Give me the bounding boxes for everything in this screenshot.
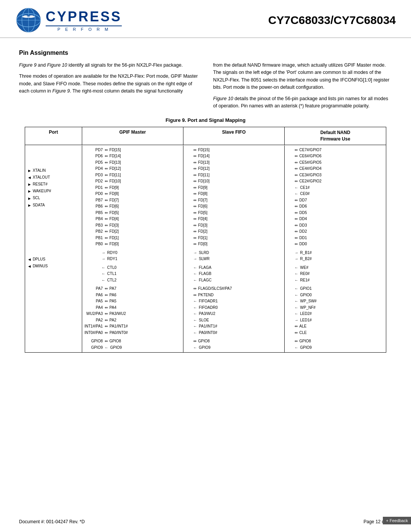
slave-col-main: ⇔ FD[15] ⇔ FD[14] ⇔ FD[13] ⇔ FD[12] ⇔ FD… (183, 145, 285, 353)
header-nand: Default NANDFirmware Use (285, 127, 386, 145)
document-title: CY7C68033/CY7C68034 (268, 14, 396, 27)
arrow-right3-icon: ► (27, 188, 32, 195)
page-footer: Document #: 001-04247 Rev. *D Page 12 of… (19, 519, 392, 524)
slave-slrd-section: → SLRD → SLWR (186, 250, 282, 262)
sdata-row: ► SDATA (27, 202, 80, 209)
scl-row: ► SCL (27, 195, 80, 202)
dminus-arrow-icon: ◄ (27, 263, 32, 270)
dplus-row: ◄ DPLUS (27, 256, 80, 263)
brand-name: CYPRESS (46, 9, 122, 25)
arrow-right-icon: ► (27, 167, 32, 174)
gpif-pa-section: PA7 ⇔ PA7 PA6 ⇔ PA6 PA5 ⇔ PA5 PA4 ⇔ PA4 … (84, 286, 181, 336)
port-left-signals: ► XTALIN ◄ XTALOUT ► RESET# ► WAKEUP# (27, 147, 80, 211)
nand-col-main: ⇔ CE7#/GPIO7 ⇔ CE6#/GPIO6 ⇔ CE5#/GPIO5 ⇔… (285, 145, 386, 353)
nand-gpio-section: ← GPIO1 ← GPIO0 ← WP_SW# ← WP_NF# ← LED2… (287, 286, 384, 336)
gpif-pd-section: PD7 ⇔ FD[15] PD6 ⇔ FD[14] PD5 ⇔ FD[13] P… (84, 147, 181, 248)
para2: Three modes of operation are available f… (19, 73, 198, 95)
table-header: Port GPIF Master Slave FIFO Default NAND… (25, 127, 386, 145)
nand-rb-section: → R_B1# → R_B2# (287, 250, 384, 262)
port-col-main: ► XTALIN ◄ XTALOUT ► RESET# ► WAKEUP# (25, 145, 82, 353)
gpif-col-main: PD7 ⇔ FD[15] PD6 ⇔ FD[14] PD5 ⇔ FD[13] P… (82, 145, 183, 353)
header-port: Port (25, 127, 82, 145)
gpif-gpio-section: GPIO8 ⇔ GPIO8 GPIO9 ← GPIO9 (84, 338, 181, 351)
gpif-rdy-section: → RDY0 → RDY1 (84, 250, 181, 262)
figure9-title: Figure 9. Port and Signal Mapping (19, 117, 392, 123)
pin-mapping-table: Port GPIF Master Slave FIFO Default NAND… (25, 127, 386, 353)
header-slave: Slave FIFO (183, 127, 285, 145)
logo-area: CYPRESS P E R F O R M (15, 7, 122, 34)
doc-number: Document #: 001-04247 Rev. *D (19, 519, 85, 524)
nand-gpio89-section: ⇔ GPIO8 ← GPIO9 (287, 338, 384, 351)
arrow-left-icon: ◄ (27, 174, 32, 181)
arrow-right2-icon: ► (27, 181, 32, 188)
xtalout-row: ◄ XTALOUT (27, 174, 80, 181)
slave-fd-section: ⇔ FD[15] ⇔ FD[14] ⇔ FD[13] ⇔ FD[12] ⇔ FD… (186, 147, 282, 248)
slave-gpio-section: ⇔ GPIO8 ← GPIO9 (186, 338, 282, 351)
para1: Figure 9 and Figure 10 identify all sign… (19, 62, 198, 69)
main-content: Pin Assignments Figure 9 and Figure 10 i… (0, 38, 411, 364)
wakeup-row: ► WAKEUP# (27, 188, 80, 195)
gpif-ctl-section: ← CTL0 ← CTL1 ← CTL2 (84, 265, 181, 284)
slave-pa-section: ⇔ FLAGD/SLCS#/PA7 ⇔ PKTEND ← FIFOADR1 ← … (186, 286, 282, 336)
table-body-row-main: ► XTALIN ◄ XTALOUT ► RESET# ► WAKEUP# (25, 145, 386, 353)
perform-label: P E R F O R M (57, 27, 110, 32)
col-left: Figure 9 and Figure 10 identify all sign… (19, 62, 198, 110)
col-right: from the default NAND firmware image, wh… (213, 62, 392, 110)
xtalin-row: ► XTALIN (27, 167, 80, 174)
intro-text: Figure 9 and Figure 10 identify all sign… (19, 62, 392, 110)
cypress-globe-icon (15, 7, 42, 34)
arrow-right5-icon: ► (27, 202, 32, 209)
logo-divider (46, 26, 122, 26)
slave-flag-section: ← FLAGA ← FLAGB ← FLAGC (186, 265, 282, 284)
para4: Figure 10 details the pinout of the 56-p… (213, 95, 392, 110)
dplus-arrow-icon: ◄ (27, 256, 32, 263)
dminus-row: ◄ DMINUS (27, 263, 80, 270)
nand-ce-section: ⇔ CE7#/GPIO7 ⇔ CE6#/GPIO6 ⇔ CE5#/GPIO5 ⇔… (287, 147, 384, 248)
header-gpif: GPIF Master (82, 127, 183, 145)
page-header: CYPRESS P E R F O R M CY7C68033/CY7C6803… (0, 0, 411, 38)
feedback-button[interactable]: + Feedback (383, 517, 411, 524)
reset-row: ► RESET# (27, 181, 80, 188)
nand-we-section: ← WE# ← RE0# ← RE1# (287, 265, 384, 284)
logo-text: CYPRESS P E R F O R M (46, 9, 122, 32)
arrow-right4-icon: ► (27, 195, 32, 202)
section-title: Pin Assignments (19, 50, 392, 56)
para3: from the default NAND firmware image, wh… (213, 62, 392, 91)
